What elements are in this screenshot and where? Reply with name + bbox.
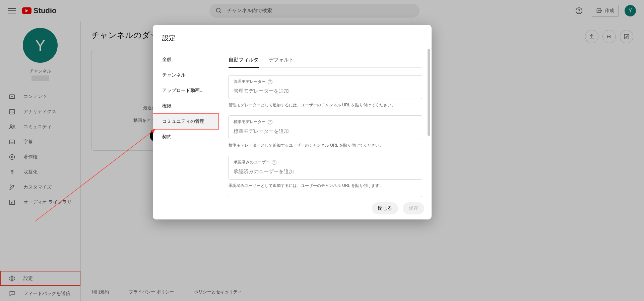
help-icon[interactable]: ?: [268, 80, 272, 84]
tab-auto-filter[interactable]: 自動フィルタ: [229, 53, 259, 68]
standard-moderator-field[interactable]: 標準モデレーター?: [229, 115, 422, 139]
field-label: 管理モデレーター?: [234, 79, 417, 85]
modal-nav-general[interactable]: 全般: [153, 52, 219, 67]
modal-nav-agreements[interactable]: 契約: [153, 129, 219, 145]
modal-nav-channel[interactable]: チャンネル: [153, 67, 219, 83]
modal-title: 設定: [153, 25, 432, 49]
modal-nav-permissions[interactable]: 権限: [153, 98, 219, 114]
modal-nav-community[interactable]: コミュニティの管理: [153, 114, 219, 129]
settings-modal: 設定 全般 チャンネル アップロード動画... 権限 コミュニティの管理 契約 …: [153, 25, 432, 219]
field-group-next: [229, 196, 422, 197]
help-icon[interactable]: ?: [272, 160, 276, 165]
modal-body: 全般 チャンネル アップロード動画... 権限 コミュニティの管理 契約 自動フ…: [153, 49, 432, 197]
field-hint: 標準モデレーターとして追加するユーザーのチャンネル URL を貼り付けてください…: [229, 143, 422, 148]
field-label: 承認済みのユーザー?: [234, 159, 417, 165]
close-button[interactable]: 閉じる: [372, 202, 398, 214]
field-hint: 管理モデレーターとして追加するには、ユーザーのチャンネル URL を貼り付けてく…: [229, 102, 422, 108]
modal-tabs: 自動フィルタ デフォルト: [229, 53, 422, 68]
field-group-std-mod: 標準モデレーター? 標準モデレーターとして追加するユーザーのチャンネル URL …: [229, 115, 422, 148]
standard-moderator-input[interactable]: [234, 128, 417, 134]
admin-moderator-input[interactable]: [234, 88, 417, 94]
modal-nav: 全般 チャンネル アップロード動画... 権限 コミュニティの管理 契約: [153, 49, 219, 197]
modal-nav-upload-defaults[interactable]: アップロード動画...: [153, 83, 219, 98]
field-group-approved-user: 承認済みのユーザー? 承認済みユーザーとして追加するには、ユーザーのチャンネル …: [229, 156, 422, 189]
scrollbar[interactable]: [428, 49, 430, 136]
modal-content: 自動フィルタ デフォルト 管理モデレーター? 管理モデレーターとして追加するには…: [219, 49, 432, 197]
field-label: 標準モデレーター?: [234, 119, 417, 125]
help-icon[interactable]: ?: [268, 120, 272, 124]
save-button[interactable]: 保存: [403, 202, 424, 214]
approved-user-input[interactable]: [234, 168, 417, 174]
admin-moderator-field[interactable]: 管理モデレーター?: [229, 75, 422, 99]
partial-next-field: [229, 196, 422, 197]
field-hint: 承認済みユーザーとして追加するには、ユーザーのチャンネル URL を貼り付けます…: [229, 183, 422, 189]
tab-default[interactable]: デフォルト: [269, 53, 294, 67]
modal-footer: 閉じる 保存: [153, 197, 432, 219]
approved-user-field[interactable]: 承認済みのユーザー?: [229, 156, 422, 180]
field-group-admin-mod: 管理モデレーター? 管理モデレーターとして追加するには、ユーザーのチャンネル U…: [229, 75, 422, 108]
